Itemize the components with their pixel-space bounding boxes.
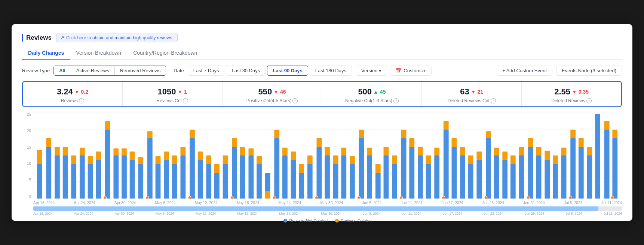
add-custom-event-button[interactable]: + Add Custom Event [497, 66, 552, 76]
positive-cnt-info-icon[interactable]: ? [292, 98, 298, 103]
svg-rect-105 [452, 138, 457, 147]
date-7days[interactable]: Last 7 Days [188, 66, 225, 76]
reviews-cnt-info-icon[interactable]: ? [183, 98, 188, 103]
stat-reviews-label: Reviews ? [26, 98, 119, 103]
svg-rect-92 [401, 138, 407, 199]
stat-reviews-change: ▼ 0.2 [74, 89, 88, 95]
legend-dot-orange [335, 219, 339, 223]
svg-rect-55 [240, 147, 245, 155]
filter-row: Review Type All Active Reviews Removed R… [22, 66, 622, 76]
svg-rect-68 [299, 173, 304, 199]
svg-rect-41 [181, 147, 186, 155]
svg-rect-25 [113, 148, 119, 155]
svg-rect-71 [307, 155, 313, 164]
tab-version-breakdown[interactable]: Version Breakdown [70, 47, 127, 60]
stat-deleted-cnt: 63 ▼ 21 Deleted Reviews Cnt ? [422, 82, 522, 106]
quality-link[interactable]: ↗ Click here to obtain and maintain high… [56, 33, 178, 42]
tab-daily-changes[interactable]: Daily Changes [22, 47, 70, 60]
review-type-removed[interactable]: Removed Reviews [115, 66, 166, 75]
customize-button[interactable]: 📅 Customize [391, 66, 431, 76]
svg-rect-57 [248, 148, 254, 155]
svg-rect-83 [359, 130, 364, 138]
svg-rect-110 [476, 159, 482, 199]
svg-rect-77 [333, 155, 338, 164]
svg-rect-128 [553, 164, 558, 199]
svg-rect-88 [384, 155, 389, 199]
version-dropdown[interactable]: Version ▾ [356, 66, 387, 76]
x-axis-labels: Apr 18, 2024 Apr 24, 2024 Apr 30, 2024 M… [33, 201, 622, 205]
svg-rect-120 [519, 155, 524, 199]
svg-rect-85 [367, 148, 372, 155]
tab-country-region[interactable]: Country/Region Breakdown [127, 47, 203, 60]
svg-rect-91 [392, 155, 397, 164]
svg-rect-58 [257, 164, 262, 199]
svg-rect-40 [181, 155, 186, 199]
stat-deleted-cnt-change: ▼ 21 [471, 89, 483, 95]
svg-rect-94 [409, 147, 414, 199]
svg-rect-66 [291, 159, 296, 199]
svg-point-146 [230, 196, 233, 199]
svg-rect-73 [316, 138, 322, 147]
deleted-reviews-info-icon[interactable]: ? [586, 98, 592, 103]
svg-rect-126 [545, 159, 550, 199]
svg-rect-28 [130, 159, 135, 199]
calendar-icon: 📅 [396, 68, 402, 73]
svg-rect-82 [359, 138, 364, 199]
svg-rect-50 [223, 164, 228, 199]
range-thumb [33, 206, 598, 211]
svg-rect-141 [612, 138, 617, 199]
svg-rect-108 [468, 164, 473, 199]
stat-reviews-cnt-change: ▼ 1 [177, 89, 187, 95]
review-type-active[interactable]: Active Reviews [71, 66, 115, 75]
main-window: Reviews ↗ Click here to obtain and maint… [12, 24, 632, 221]
svg-rect-6 [37, 164, 42, 199]
svg-rect-134 [579, 147, 584, 199]
svg-rect-142 [612, 130, 617, 138]
date-30days[interactable]: Last 30 Days [226, 66, 266, 76]
svg-rect-89 [384, 147, 389, 155]
svg-rect-81 [350, 156, 355, 164]
review-type-all[interactable]: All [54, 66, 71, 75]
svg-rect-39 [172, 155, 177, 164]
date-label: Date [174, 68, 184, 73]
stat-deleted-cnt-label: Deleted Reviews Cnt ? [425, 98, 518, 103]
svg-rect-61 [265, 191, 270, 199]
svg-point-152 [484, 196, 487, 199]
svg-rect-101 [434, 148, 439, 155]
svg-rect-93 [401, 130, 407, 138]
deleted-cnt-info-icon[interactable]: ? [491, 98, 496, 103]
stat-positive-cnt-label: Positive Cnt(4-5 Stars) ? [226, 98, 319, 103]
svg-rect-117 [502, 152, 507, 160]
svg-rect-80 [350, 164, 355, 199]
svg-point-144 [146, 196, 149, 199]
svg-rect-44 [198, 159, 203, 199]
mini-nav-labels: Apr 18, 2024 Apr 24, 2024 Apr 30, 2024 M… [33, 212, 622, 215]
svg-rect-34 [156, 164, 161, 199]
svg-rect-12 [63, 155, 68, 199]
svg-rect-87 [375, 164, 381, 173]
reviews-info-icon[interactable]: ? [79, 98, 84, 103]
date-90days[interactable]: Last 90 Days [267, 66, 308, 76]
svg-rect-103 [444, 121, 449, 130]
svg-rect-115 [494, 148, 499, 155]
svg-rect-43 [190, 130, 195, 138]
svg-rect-104 [452, 147, 457, 199]
svg-point-151 [442, 196, 445, 199]
svg-point-155 [611, 196, 614, 199]
svg-rect-75 [325, 147, 330, 155]
svg-rect-106 [460, 155, 465, 199]
svg-rect-90 [392, 164, 397, 199]
bar-chart [33, 112, 622, 199]
svg-rect-38 [172, 164, 177, 199]
stat-reviews: 3.24 ▼ 0.2 Reviews ? [23, 82, 123, 106]
stats-container: 3.24 ▼ 0.2 Reviews ? 1050 ▼ 1 Reviews Cn… [22, 81, 622, 107]
range-bar[interactable] [33, 206, 622, 211]
svg-rect-56 [248, 155, 254, 199]
events-node-button[interactable]: Events Node (3 selected) [556, 66, 622, 76]
negative-cnt-info-icon[interactable]: ? [393, 98, 399, 103]
date-180days[interactable]: Last 180 Days [310, 66, 352, 76]
svg-rect-119 [510, 155, 516, 164]
stat-negative-cnt: 500 ▲ 45 Negative Cnt(1-3 Stars) ? [322, 82, 422, 106]
stat-reviews-cnt-label: Reviews Cnt ? [126, 98, 219, 103]
svg-rect-14 [71, 164, 76, 199]
